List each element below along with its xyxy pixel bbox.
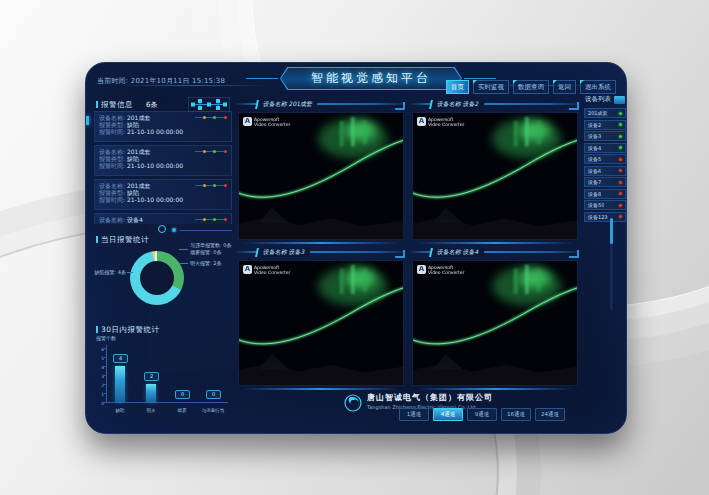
alarm-panel-title: 报警信息: [96, 100, 133, 110]
video-footer-line: [242, 388, 400, 390]
video-header: 设备名称 设备3: [236, 247, 406, 259]
nav-button-3[interactable]: 数据查询: [513, 80, 549, 94]
nav-button-4[interactable]: 返回: [553, 80, 576, 94]
alarm-time-label: 报警时间:: [99, 162, 127, 169]
dot-connector-line: [206, 219, 214, 220]
alarm-device-value: 201成套: [127, 182, 150, 189]
plaque-line-left: [246, 78, 278, 79]
video-panel-4[interactable]: 设备名称 设备4 A Apowersoft Video Converter: [410, 247, 580, 391]
dot-connector-line: [195, 117, 203, 118]
watermark-logo-icon: A: [243, 117, 252, 126]
y-tick-label: 3: [96, 374, 104, 379]
y-axis: [106, 345, 107, 403]
device-list-item[interactable]: 设备123: [584, 212, 626, 222]
edge-marker: [86, 116, 89, 125]
bar-chart-y-label: 报警个数: [96, 335, 116, 341]
status-dot-icon: [224, 150, 227, 153]
alarm-item[interactable]: 设备名称: 设备4报警类型: 烟雾报警时间: 21-10-10 00:00:00: [94, 213, 232, 224]
scrollbar-thumb[interactable]: [610, 218, 613, 244]
device-list-item[interactable]: 设备2: [584, 120, 626, 130]
alarm-type-row: 报警类型: 缺陷: [99, 121, 227, 128]
device-status-dot-icon: [619, 169, 622, 172]
device-name: 设备7: [588, 179, 601, 185]
dot-connector-line: [206, 185, 214, 186]
alarm-item[interactable]: 设备名称: 201成套报警类型: 缺陷报警时间: 21-10-10 00:00:…: [94, 179, 232, 210]
video-screen[interactable]: A Apowersoft Video Converter: [412, 112, 578, 240]
topology-icon[interactable]: [188, 97, 230, 112]
device-status-dot-icon: [619, 135, 622, 138]
device-list-item[interactable]: 设备5: [584, 154, 626, 164]
alarm-item[interactable]: 设备名称: 201成套报警类型: 缺陷报警时间: 21-10-10 00:00:…: [94, 145, 232, 176]
nav-button-1[interactable]: 首页: [446, 80, 469, 94]
top-nav: 首页实时监视数据查询返回退出系统: [446, 80, 616, 94]
bar-value-bubble: 0: [206, 390, 221, 399]
donut-connector: [179, 249, 188, 250]
nav-button-5[interactable]: 退出系统: [580, 80, 616, 94]
channel-button-1[interactable]: 1通道: [399, 408, 429, 421]
device-list-item[interactable]: 设备7: [584, 177, 626, 187]
video-panel-1[interactable]: 设备名称 201成套 A Apowersoft Video Converter: [236, 99, 406, 245]
status-dot-icon: [224, 116, 227, 119]
desktop-background: 当前时间: 2021年10月11日 15:15:38 智能视觉感知平台 首页实时…: [0, 0, 709, 495]
device-list-item[interactable]: 设备8: [584, 189, 626, 199]
device-name: 设备8: [588, 191, 601, 197]
device-name: 设备50: [588, 202, 604, 208]
dot-connector-line: [216, 117, 224, 118]
watermark: A Apowersoft Video Converter: [243, 117, 290, 127]
watermark-line2: Video Converter: [428, 122, 464, 127]
dot-connector-line: [216, 185, 224, 186]
dot-connector-line: [195, 185, 203, 186]
device-name: 设备6: [588, 168, 601, 174]
alarm-type-label: 报警类型:: [99, 121, 127, 128]
x-category-label: 与违章行为: [197, 408, 229, 413]
video-panel-2[interactable]: 设备名称 设备2 A Apowersoft Video Converter: [410, 99, 580, 245]
watermark: A Apowersoft Video Converter: [417, 117, 464, 127]
video-screen[interactable]: A Apowersoft Video Converter: [238, 260, 404, 386]
alarm-device-label: 设备名称:: [99, 114, 127, 121]
watermark-text: Apowersoft Video Converter: [428, 265, 464, 275]
status-dot-icon: [224, 184, 227, 187]
bar-value-bubble: 2: [144, 372, 159, 381]
device-name: 201成套: [588, 110, 608, 116]
device-list-scrollbar[interactable]: [610, 218, 613, 310]
device-list-action-button[interactable]: [614, 96, 625, 104]
device-status-dot-icon: [619, 215, 622, 218]
monthly-alarm-bar-chart: 报警个数 01234564缺陷2明火0烟雾0与违章行为: [94, 335, 232, 419]
watermark-logo-icon: A: [243, 265, 252, 274]
dot-connector-line: [216, 219, 224, 220]
dot-icon: [172, 228, 176, 232]
channel-button-5[interactable]: 24通道: [535, 408, 565, 421]
device-status-dot-icon: [619, 158, 622, 161]
device-list-item[interactable]: 设备50: [584, 200, 626, 210]
alarm-status-dots: [195, 150, 227, 153]
donut-label-fire: 明火报警: 2条: [190, 260, 221, 267]
channel-button-3[interactable]: 9通道: [467, 408, 497, 421]
channel-button-2[interactable]: 4通道: [433, 408, 463, 421]
alarm-type-label: 报警类型:: [99, 155, 127, 162]
bar-2: [146, 384, 156, 402]
video-screen[interactable]: A Apowersoft Video Converter: [238, 112, 404, 240]
video-title: 设备名称 设备2: [429, 100, 485, 109]
watermark-text: Apowersoft Video Converter: [254, 265, 290, 275]
video-panel-3[interactable]: 设备名称 设备3 A Apowersoft Video Converter: [236, 247, 406, 391]
alarm-time-value: 21-10-10 00:00:00: [127, 162, 183, 169]
alarm-item[interactable]: 设备名称: 201成套报警类型: 缺陷报警时间: 21-10-10 00:00:…: [94, 111, 232, 142]
y-tick-label: 4: [96, 365, 104, 370]
device-list-item[interactable]: 设备3: [584, 131, 626, 141]
nav-button-2[interactable]: 实时监视: [473, 80, 509, 94]
device-list-item[interactable]: 设备4: [584, 143, 626, 153]
video-title: 设备名称 201成套: [255, 100, 318, 109]
status-dot-icon: [224, 218, 227, 221]
device-status-dot-icon: [619, 181, 622, 184]
device-status-dot-icon: [619, 112, 622, 115]
device-list-item[interactable]: 201成套: [584, 108, 626, 118]
y-tick-label: 0: [96, 401, 104, 406]
corner-hook-icon: [395, 250, 405, 258]
y-tick-mark: [104, 366, 107, 367]
video-screen[interactable]: A Apowersoft Video Converter: [412, 260, 578, 386]
corner-hook-icon: [569, 102, 579, 110]
company-name-cn: 唐山智诚电气（集团）有限公司: [367, 392, 493, 403]
y-tick-mark: [104, 357, 107, 358]
channel-button-4[interactable]: 16通道: [501, 408, 531, 421]
device-list-item[interactable]: 设备6: [584, 166, 626, 176]
